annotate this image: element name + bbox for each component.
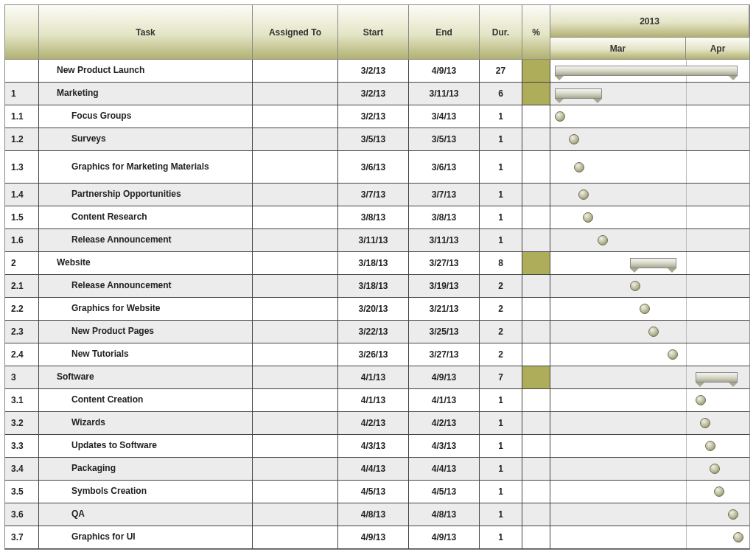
gantt-task-marker[interactable] bbox=[700, 418, 710, 428]
table-row[interactable]: 2Website3/18/133/27/138 bbox=[5, 252, 749, 275]
cell-dur-text: 1 bbox=[498, 235, 503, 245]
cell-gantt bbox=[550, 435, 749, 458]
cell-task-text: Focus Groups bbox=[71, 111, 131, 122]
cell-dur-text: 2 bbox=[498, 281, 503, 291]
cell-pct bbox=[522, 503, 550, 526]
cell-start-text: 3/8/13 bbox=[361, 212, 385, 223]
cell-task: New Tutorials bbox=[39, 343, 253, 366]
table-row[interactable]: 1.2Surveys3/5/133/5/131 bbox=[5, 128, 749, 151]
table-row[interactable]: 2.3New Product Pages3/22/133/25/132 bbox=[5, 321, 749, 343]
gantt-task-marker[interactable] bbox=[583, 212, 593, 223]
cell-end: 4/9/13 bbox=[409, 366, 480, 389]
cell-num-text: 3.4 bbox=[11, 464, 24, 474]
cell-pct bbox=[522, 343, 550, 366]
table-row[interactable]: 2.4New Tutorials3/26/133/27/132 bbox=[5, 343, 749, 366]
cell-dur-text: 7 bbox=[498, 372, 503, 383]
cell-task-text: New Tutorials bbox=[71, 349, 129, 360]
gantt-task-marker[interactable] bbox=[648, 327, 659, 337]
table-row[interactable]: 3.3Updates to Software4/3/134/3/131 bbox=[5, 435, 749, 458]
cell-num: 3.7 bbox=[5, 526, 39, 549]
gantt-task-marker[interactable] bbox=[598, 235, 608, 245]
gantt-summary-bar[interactable] bbox=[630, 258, 677, 268]
cell-task: Graphics for Marketing Materials bbox=[39, 151, 253, 184]
cell-gantt bbox=[550, 83, 749, 105]
table-row[interactable]: 1.6Release Announcement3/11/133/11/131 bbox=[5, 229, 749, 252]
cell-gantt bbox=[550, 229, 749, 252]
cell-gantt bbox=[550, 321, 749, 343]
table-row[interactable]: 3.4Packaging4/4/134/4/131 bbox=[5, 458, 749, 481]
gantt-task-marker[interactable] bbox=[668, 349, 678, 360]
table-row[interactable]: New Product Launch3/2/134/9/1327 bbox=[5, 60, 749, 83]
gantt-task-marker[interactable] bbox=[640, 304, 650, 314]
cell-gantt bbox=[550, 481, 749, 503]
table-row[interactable]: 3.6QA4/8/134/8/131 bbox=[5, 503, 749, 526]
cell-start: 3/2/13 bbox=[338, 83, 409, 105]
cell-dur: 2 bbox=[480, 343, 522, 366]
cell-end: 3/21/13 bbox=[409, 298, 480, 321]
table-row[interactable]: 3.2Wizards4/2/134/2/131 bbox=[5, 412, 749, 435]
cell-num: 1.2 bbox=[5, 128, 39, 151]
cell-task: Graphics for UI bbox=[39, 526, 253, 549]
month-divider bbox=[686, 275, 687, 297]
cell-end: 3/25/13 bbox=[409, 321, 480, 343]
cell-task-text: Packaging bbox=[71, 464, 116, 474]
cell-end: 3/7/13 bbox=[409, 184, 480, 206]
cell-dur: 27 bbox=[480, 60, 522, 83]
cell-dur: 1 bbox=[480, 526, 522, 549]
table-row[interactable]: 1.4Partnership Opportunities3/7/133/7/13… bbox=[5, 184, 749, 206]
cell-task: New Product Launch bbox=[39, 60, 253, 83]
cell-assigned bbox=[253, 105, 338, 128]
table-row[interactable]: 1.3Graphics for Marketing Materials3/6/1… bbox=[5, 151, 749, 184]
cell-num-text: 3 bbox=[11, 372, 16, 383]
cell-gantt bbox=[550, 412, 749, 435]
table-row[interactable]: 3Software4/1/134/9/137 bbox=[5, 366, 749, 389]
cell-num: 2.3 bbox=[5, 321, 39, 343]
month-divider bbox=[686, 526, 687, 548]
table-row[interactable]: 2.2Graphics for Website3/20/133/21/132 bbox=[5, 298, 749, 321]
gantt-task-marker[interactable] bbox=[578, 189, 589, 200]
table-row[interactable]: 3.5Symbols Creation4/5/134/5/131 bbox=[5, 481, 749, 503]
cell-dur: 1 bbox=[480, 105, 522, 128]
table-row[interactable]: 1.5Content Research3/8/133/8/131 bbox=[5, 206, 749, 229]
gantt-task-marker[interactable] bbox=[705, 441, 715, 451]
cell-end-text: 3/19/13 bbox=[429, 281, 458, 291]
cell-assigned bbox=[253, 412, 338, 435]
gantt-task-marker[interactable] bbox=[728, 509, 738, 520]
table-row[interactable]: 2.1Release Announcement3/18/133/19/132 bbox=[5, 275, 749, 298]
cell-assigned bbox=[253, 481, 338, 503]
gantt-task-marker[interactable] bbox=[574, 162, 584, 172]
cell-end-text: 4/3/13 bbox=[432, 441, 456, 451]
gantt-task-marker[interactable] bbox=[733, 532, 743, 542]
gantt-task-marker[interactable] bbox=[710, 464, 720, 474]
cell-task-text: Graphics for UI bbox=[71, 532, 136, 542]
gantt-task-marker[interactable] bbox=[569, 134, 579, 144]
cell-task-text: Symbols Creation bbox=[71, 486, 147, 497]
cell-start: 4/2/13 bbox=[338, 412, 409, 435]
cell-start-text: 4/2/13 bbox=[361, 418, 385, 428]
gantt-task-marker[interactable] bbox=[696, 395, 706, 405]
cell-dur: 1 bbox=[480, 184, 522, 206]
table-row[interactable]: 3.7Graphics for UI4/9/134/9/131 bbox=[5, 526, 749, 549]
gantt-task-marker[interactable] bbox=[630, 281, 640, 291]
table-row[interactable]: 1.1Focus Groups3/2/133/4/131 bbox=[5, 105, 749, 128]
gantt-body: New Product Launch3/2/134/9/13271Marketi… bbox=[5, 60, 749, 549]
table-row[interactable]: 1Marketing3/2/133/11/136 bbox=[5, 83, 749, 105]
cell-assigned bbox=[253, 252, 338, 275]
cell-start: 4/9/13 bbox=[338, 526, 409, 549]
cell-assigned bbox=[253, 60, 338, 83]
gantt-task-marker[interactable] bbox=[555, 111, 565, 122]
cell-num-text: 3.5 bbox=[11, 486, 24, 497]
gantt-summary-bar[interactable] bbox=[555, 88, 602, 99]
cell-gantt bbox=[550, 275, 749, 298]
gantt-summary-bar[interactable] bbox=[555, 66, 738, 76]
cell-end: 3/5/13 bbox=[409, 128, 480, 151]
cell-num-text: 1.2 bbox=[11, 134, 24, 144]
header-year: 2013 bbox=[550, 5, 749, 38]
cell-dur-text: 1 bbox=[498, 189, 503, 200]
gantt-summary-bar[interactable] bbox=[696, 372, 738, 383]
gantt-task-marker[interactable] bbox=[714, 486, 724, 497]
cell-start-text: 4/3/13 bbox=[361, 441, 385, 451]
cell-task: Symbols Creation bbox=[39, 481, 253, 503]
cell-pct bbox=[522, 435, 550, 458]
table-row[interactable]: 3.1Content Creation4/1/134/1/131 bbox=[5, 389, 749, 412]
